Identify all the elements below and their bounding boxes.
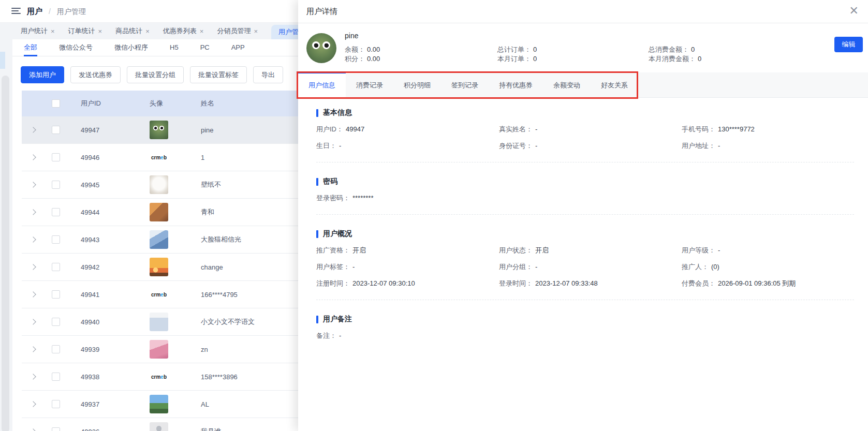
page-tab[interactable]: 优惠券列表× xyxy=(163,26,204,36)
expand-row-icon[interactable] xyxy=(30,428,36,431)
cell-user-id: 49940 xyxy=(67,318,133,326)
crmeb-logo-letter: b xyxy=(164,374,167,380)
row-select-checkbox[interactable] xyxy=(52,318,60,326)
breadcrumb-current: 用户管理 xyxy=(57,7,86,16)
row-select-checkbox[interactable] xyxy=(52,181,60,189)
expand-row-icon[interactable] xyxy=(30,346,36,352)
expand-row-icon[interactable] xyxy=(30,401,36,407)
select-all-checkbox[interactable] xyxy=(52,99,60,108)
expand-row-icon[interactable] xyxy=(30,209,36,215)
detail-field: 身份证号：- xyxy=(499,141,682,151)
expand-row-icon[interactable] xyxy=(30,291,36,297)
drawer-tab-用户信息[interactable]: 用户信息 xyxy=(298,72,346,97)
close-tab-icon[interactable]: × xyxy=(200,28,204,35)
row-select-checkbox[interactable] xyxy=(52,153,60,161)
sidebar-edge-strip xyxy=(2,76,9,431)
user-stat: 本月消费金额：0 xyxy=(649,54,701,64)
row-select-checkbox[interactable] xyxy=(52,126,60,134)
row-select-checkbox[interactable] xyxy=(52,208,60,216)
drawer-title: 用户详情 xyxy=(306,0,337,23)
cell-user-id: 49936 xyxy=(67,428,133,431)
drawer-tab-消费记录[interactable]: 消费记录 xyxy=(346,72,393,97)
drawer-tab-余额变动[interactable]: 余额变动 xyxy=(543,72,591,97)
send-coupon-button[interactable]: 发送优惠券 xyxy=(70,66,121,83)
section-heading-bar xyxy=(316,230,318,238)
section-title: 用户概况 xyxy=(323,229,352,239)
field-value: - xyxy=(535,142,537,150)
section-heading: 用户概况 xyxy=(316,229,854,239)
field-label: 用户分组： xyxy=(499,263,533,271)
subtab-PC[interactable]: PC xyxy=(200,39,210,56)
section-heading: 基本信息 xyxy=(316,108,854,117)
expand-row-icon[interactable] xyxy=(30,182,36,187)
row-select-checkbox[interactable] xyxy=(52,235,60,244)
breadcrumb-section[interactable]: 用户 xyxy=(27,7,42,16)
row-select-checkbox[interactable] xyxy=(52,373,60,381)
sidebar-edge-highlight xyxy=(0,52,5,69)
row-select-checkbox[interactable] xyxy=(52,427,60,431)
stat-value: 0.00 xyxy=(367,55,380,63)
sidebar-collapse-icon[interactable] xyxy=(11,8,21,15)
page-tab-label: 分销员管理 xyxy=(217,26,251,36)
field-label: 生日： xyxy=(316,142,336,150)
drawer-tab-积分明细[interactable]: 积分明细 xyxy=(393,72,441,97)
drawer-tab-持有优惠券[interactable]: 持有优惠券 xyxy=(489,72,543,97)
drawer-tab-签到记录[interactable]: 签到记录 xyxy=(441,72,489,97)
row-select-checkbox[interactable] xyxy=(52,290,60,299)
expand-row-icon[interactable] xyxy=(30,374,36,379)
cell-user-id: 49944 xyxy=(67,209,133,216)
add-user-button[interactable]: 添加用户 xyxy=(21,66,64,83)
expand-row-icon[interactable] xyxy=(30,236,36,242)
detail-field: 登录密码：******** xyxy=(316,194,499,203)
detail-field: 用户ID：49947 xyxy=(316,125,499,134)
dashed-divider xyxy=(316,162,854,162)
field-value: - xyxy=(339,332,341,339)
user-stat: 余额：0.00 xyxy=(345,45,380,54)
field-label: 推广资格： xyxy=(316,246,350,254)
subtab-H5[interactable]: H5 xyxy=(170,39,179,56)
stat-label: 本月订单： xyxy=(497,55,531,63)
page-tab[interactable]: 分销员管理× xyxy=(217,26,258,36)
batch-set-group-button[interactable]: 批量设置分组 xyxy=(127,66,184,83)
row-select-checkbox[interactable] xyxy=(52,345,60,353)
cell-user-id: 49946 xyxy=(67,154,133,161)
expand-row-icon[interactable] xyxy=(30,154,36,160)
subtab-全部[interactable]: 全部 xyxy=(24,39,37,56)
field-label: 用户状态： xyxy=(499,246,533,254)
user-stat: 本月订单：0 xyxy=(497,54,537,64)
expand-row-icon[interactable] xyxy=(30,319,36,324)
detail-field: 推广人：(0) xyxy=(682,262,854,272)
close-tab-icon[interactable]: × xyxy=(254,28,258,35)
avatar-image-couple xyxy=(150,340,168,359)
field-value: 49947 xyxy=(346,125,364,133)
subtab-微信小程序[interactable]: 微信小程序 xyxy=(114,39,148,56)
drawer-body: 基本信息用户ID：49947真实姓名：-手机号码：130****9772生日：-… xyxy=(298,108,868,340)
expand-row-icon[interactable] xyxy=(30,264,36,270)
batch-set-tag-button[interactable]: 批量设置标签 xyxy=(190,66,247,83)
close-tab-icon[interactable]: × xyxy=(51,28,55,35)
export-button[interactable]: 导出 xyxy=(253,66,283,83)
user-stats-column: 总消费金额：0本月消费金额：0 xyxy=(649,45,701,64)
stat-value: 0 xyxy=(698,55,701,63)
subtab-微信公众号[interactable]: 微信公众号 xyxy=(59,39,93,56)
avatar-image-placeholder xyxy=(150,422,168,431)
drawer-tab-好友关系[interactable]: 好友关系 xyxy=(591,72,638,97)
field-value: ******** xyxy=(352,194,373,202)
expand-row-icon[interactable] xyxy=(30,127,36,132)
subtab-APP[interactable]: APP xyxy=(231,39,245,56)
row-select-checkbox[interactable] xyxy=(52,263,60,271)
row-select-checkbox[interactable] xyxy=(52,400,60,408)
edit-button[interactable]: 编辑 xyxy=(834,37,863,52)
close-icon[interactable]: ✕ xyxy=(849,4,859,19)
stat-value: 0 xyxy=(533,55,537,63)
page-tab[interactable]: 商品统计× xyxy=(115,26,150,36)
user-avatar xyxy=(306,33,336,63)
field-value: 130****9772 xyxy=(718,125,755,133)
close-tab-icon[interactable]: × xyxy=(145,28,150,35)
field-value: - xyxy=(718,142,720,150)
field-label: 登录时间： xyxy=(499,279,533,287)
page-tab[interactable]: 用户统计× xyxy=(21,26,55,36)
app-root: 用户 / 用户管理 用户统计×订单统计×商品统计×优惠券列表×分销员管理×用户管… xyxy=(0,0,868,431)
close-tab-icon[interactable]: × xyxy=(98,28,102,35)
page-tab[interactable]: 订单统计× xyxy=(68,26,102,36)
